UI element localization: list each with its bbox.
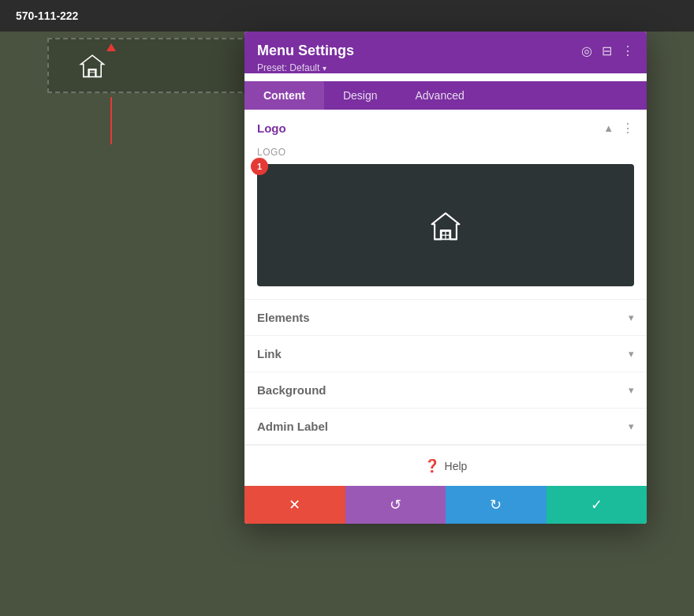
tab-design[interactable]: Design	[324, 81, 397, 110]
logo-section-icons: ▲ ⋮	[603, 121, 634, 136]
phone-number: 570-111-222	[16, 9, 78, 22]
logo-field-label: Logo	[257, 147, 634, 158]
elements-section-title: Elements	[257, 311, 310, 324]
tab-content[interactable]: Content	[244, 81, 324, 110]
link-section: Link ▾	[244, 336, 647, 372]
svg-rect-0	[89, 70, 95, 77]
logo-badge: 1	[251, 158, 268, 175]
more-options-icon[interactable]: ⋮	[621, 43, 634, 58]
help-icon: ❓	[424, 458, 440, 473]
elements-section-icons: ▾	[629, 312, 634, 323]
link-section-title: Link	[257, 347, 282, 360]
preset-label: Preset: Default	[257, 62, 319, 73]
layout-icon[interactable]: ⊟	[602, 43, 612, 58]
cancel-button[interactable]: ✕	[244, 486, 345, 524]
link-section-header[interactable]: Link ▾	[244, 336, 647, 371]
tab-advanced[interactable]: Advanced	[396, 81, 483, 110]
link-expand-icon[interactable]: ▾	[629, 348, 634, 360]
panel-header: Menu Settings ◎ ⊟ ⋮ Preset: Default ▾	[244, 32, 647, 73]
background-section-title: Background	[257, 383, 326, 397]
redo-button[interactable]: ↻	[446, 486, 547, 524]
background-section: Background ▾	[244, 372, 647, 409]
panel-tabs: Content Design Advanced	[244, 81, 647, 110]
website-logo	[65, 46, 120, 85]
undo-button[interactable]: ↺	[345, 486, 446, 524]
logo-collapse-icon[interactable]: ▲	[603, 122, 614, 134]
panel-header-icons: ◎ ⊟ ⋮	[581, 43, 634, 58]
logo-content: Logo 1	[244, 147, 647, 299]
target-icon[interactable]: ◎	[581, 43, 592, 58]
admin-label-expand-icon[interactable]: ▾	[629, 420, 634, 432]
admin-label-section-icons: ▾	[629, 420, 634, 432]
background-section-icons: ▾	[629, 384, 634, 396]
logo-section: Logo ▲ ⋮ Logo 1	[244, 110, 647, 300]
logo-preview-icon	[428, 210, 463, 241]
help-label[interactable]: Help	[445, 460, 468, 472]
admin-label-section-title: Admin Label	[257, 420, 328, 433]
panel-body: Logo ▲ ⋮ Logo 1	[244, 110, 647, 486]
elements-section: Elements ▾	[244, 300, 647, 336]
background-section-header[interactable]: Background ▾	[244, 372, 647, 408]
elements-expand-icon[interactable]: ▾	[629, 312, 634, 323]
help-section: ❓ Help	[244, 445, 647, 486]
panel-title: Menu Settings	[257, 43, 354, 59]
logo-section-title: Logo	[257, 121, 286, 135]
settings-panel: Menu Settings ◎ ⊟ ⋮ Preset: Default ▾ Co…	[244, 32, 647, 524]
preset-dropdown-icon: ▾	[323, 64, 326, 73]
admin-label-section-header[interactable]: Admin Label ▾	[244, 409, 647, 444]
link-section-icons: ▾	[629, 348, 634, 360]
elements-section-header[interactable]: Elements ▾	[244, 300, 647, 335]
logo-more-icon[interactable]: ⋮	[621, 121, 634, 136]
logo-house-icon	[78, 53, 106, 78]
admin-label-section: Admin Label ▾	[244, 409, 647, 445]
save-button[interactable]: ✓	[547, 486, 647, 524]
website-topbar: 570-111-222	[0, 0, 694, 32]
panel-footer: ✕ ↺ ↻ ✓	[244, 486, 647, 524]
background-expand-icon[interactable]: ▾	[629, 384, 634, 396]
logo-section-header[interactable]: Logo ▲ ⋮	[244, 110, 647, 147]
logo-upload-area[interactable]: 1	[257, 164, 634, 286]
red-arrow-indicator	[106, 91, 116, 144]
preset-selector[interactable]: Preset: Default ▾	[257, 62, 634, 73]
